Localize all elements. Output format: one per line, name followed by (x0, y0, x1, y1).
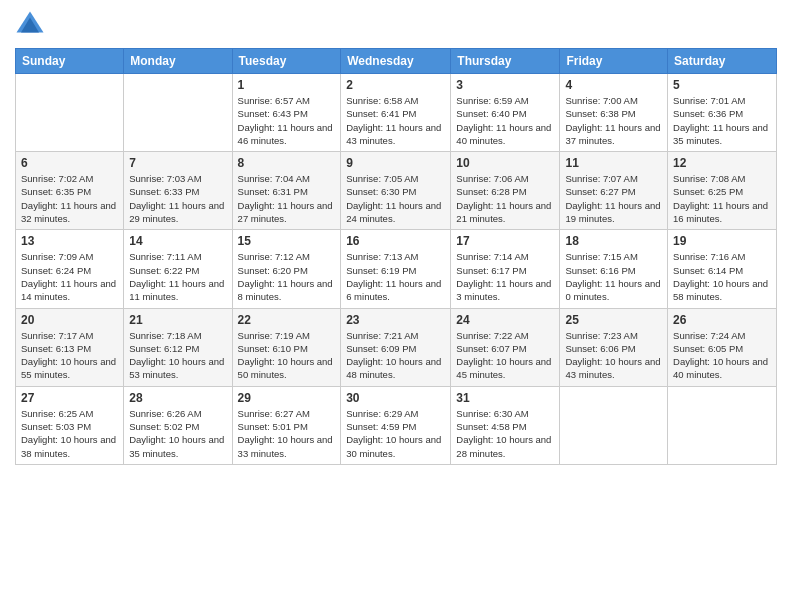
day-number: 9 (346, 156, 445, 170)
day-number: 20 (21, 313, 118, 327)
day-info: Sunrise: 7:06 AMSunset: 6:28 PMDaylight:… (456, 172, 554, 225)
day-info: Sunrise: 6:30 AMSunset: 4:58 PMDaylight:… (456, 407, 554, 460)
day-number: 1 (238, 78, 336, 92)
weekday-header: Wednesday (341, 49, 451, 74)
logo (15, 10, 49, 40)
calendar-day-cell: 24Sunrise: 7:22 AMSunset: 6:07 PMDayligh… (451, 308, 560, 386)
day-info: Sunrise: 7:07 AMSunset: 6:27 PMDaylight:… (565, 172, 662, 225)
calendar-header-row: SundayMondayTuesdayWednesdayThursdayFrid… (16, 49, 777, 74)
calendar-week-row: 27Sunrise: 6:25 AMSunset: 5:03 PMDayligh… (16, 386, 777, 464)
day-number: 11 (565, 156, 662, 170)
calendar-day-cell: 9Sunrise: 7:05 AMSunset: 6:30 PMDaylight… (341, 152, 451, 230)
calendar-day-cell (16, 74, 124, 152)
calendar-week-row: 13Sunrise: 7:09 AMSunset: 6:24 PMDayligh… (16, 230, 777, 308)
day-number: 25 (565, 313, 662, 327)
day-info: Sunrise: 7:23 AMSunset: 6:06 PMDaylight:… (565, 329, 662, 382)
weekday-header: Saturday (668, 49, 777, 74)
day-number: 28 (129, 391, 226, 405)
day-number: 8 (238, 156, 336, 170)
calendar-week-row: 20Sunrise: 7:17 AMSunset: 6:13 PMDayligh… (16, 308, 777, 386)
day-info: Sunrise: 7:02 AMSunset: 6:35 PMDaylight:… (21, 172, 118, 225)
day-info: Sunrise: 7:22 AMSunset: 6:07 PMDaylight:… (456, 329, 554, 382)
calendar-day-cell: 4Sunrise: 7:00 AMSunset: 6:38 PMDaylight… (560, 74, 668, 152)
calendar-day-cell: 23Sunrise: 7:21 AMSunset: 6:09 PMDayligh… (341, 308, 451, 386)
day-info: Sunrise: 6:59 AMSunset: 6:40 PMDaylight:… (456, 94, 554, 147)
weekday-header: Friday (560, 49, 668, 74)
day-number: 2 (346, 78, 445, 92)
day-info: Sunrise: 7:11 AMSunset: 6:22 PMDaylight:… (129, 250, 226, 303)
day-number: 29 (238, 391, 336, 405)
calendar-day-cell: 28Sunrise: 6:26 AMSunset: 5:02 PMDayligh… (124, 386, 232, 464)
calendar-day-cell: 27Sunrise: 6:25 AMSunset: 5:03 PMDayligh… (16, 386, 124, 464)
day-info: Sunrise: 6:58 AMSunset: 6:41 PMDaylight:… (346, 94, 445, 147)
day-info: Sunrise: 7:13 AMSunset: 6:19 PMDaylight:… (346, 250, 445, 303)
day-number: 26 (673, 313, 771, 327)
calendar-day-cell: 26Sunrise: 7:24 AMSunset: 6:05 PMDayligh… (668, 308, 777, 386)
day-number: 5 (673, 78, 771, 92)
calendar-day-cell: 1Sunrise: 6:57 AMSunset: 6:43 PMDaylight… (232, 74, 341, 152)
day-number: 15 (238, 234, 336, 248)
calendar-day-cell: 22Sunrise: 7:19 AMSunset: 6:10 PMDayligh… (232, 308, 341, 386)
weekday-header: Monday (124, 49, 232, 74)
day-info: Sunrise: 7:19 AMSunset: 6:10 PMDaylight:… (238, 329, 336, 382)
calendar-day-cell (668, 386, 777, 464)
page: SundayMondayTuesdayWednesdayThursdayFrid… (0, 0, 792, 612)
calendar-day-cell: 12Sunrise: 7:08 AMSunset: 6:25 PMDayligh… (668, 152, 777, 230)
calendar-day-cell: 7Sunrise: 7:03 AMSunset: 6:33 PMDaylight… (124, 152, 232, 230)
header (15, 10, 777, 40)
day-info: Sunrise: 7:04 AMSunset: 6:31 PMDaylight:… (238, 172, 336, 225)
day-number: 24 (456, 313, 554, 327)
calendar-day-cell: 21Sunrise: 7:18 AMSunset: 6:12 PMDayligh… (124, 308, 232, 386)
calendar-day-cell: 30Sunrise: 6:29 AMSunset: 4:59 PMDayligh… (341, 386, 451, 464)
day-number: 23 (346, 313, 445, 327)
day-info: Sunrise: 7:16 AMSunset: 6:14 PMDaylight:… (673, 250, 771, 303)
weekday-header: Tuesday (232, 49, 341, 74)
day-number: 12 (673, 156, 771, 170)
calendar-day-cell: 6Sunrise: 7:02 AMSunset: 6:35 PMDaylight… (16, 152, 124, 230)
day-number: 4 (565, 78, 662, 92)
day-info: Sunrise: 7:00 AMSunset: 6:38 PMDaylight:… (565, 94, 662, 147)
day-number: 18 (565, 234, 662, 248)
calendar-day-cell: 2Sunrise: 6:58 AMSunset: 6:41 PMDaylight… (341, 74, 451, 152)
day-number: 21 (129, 313, 226, 327)
day-number: 30 (346, 391, 445, 405)
calendar-day-cell: 15Sunrise: 7:12 AMSunset: 6:20 PMDayligh… (232, 230, 341, 308)
calendar-day-cell: 13Sunrise: 7:09 AMSunset: 6:24 PMDayligh… (16, 230, 124, 308)
day-info: Sunrise: 7:24 AMSunset: 6:05 PMDaylight:… (673, 329, 771, 382)
calendar-day-cell: 17Sunrise: 7:14 AMSunset: 6:17 PMDayligh… (451, 230, 560, 308)
day-number: 13 (21, 234, 118, 248)
day-number: 17 (456, 234, 554, 248)
day-number: 22 (238, 313, 336, 327)
day-info: Sunrise: 6:57 AMSunset: 6:43 PMDaylight:… (238, 94, 336, 147)
day-number: 6 (21, 156, 118, 170)
calendar-week-row: 6Sunrise: 7:02 AMSunset: 6:35 PMDaylight… (16, 152, 777, 230)
calendar-day-cell (124, 74, 232, 152)
day-number: 31 (456, 391, 554, 405)
weekday-header: Sunday (16, 49, 124, 74)
day-info: Sunrise: 7:21 AMSunset: 6:09 PMDaylight:… (346, 329, 445, 382)
logo-icon (15, 10, 45, 40)
day-info: Sunrise: 7:14 AMSunset: 6:17 PMDaylight:… (456, 250, 554, 303)
day-info: Sunrise: 6:27 AMSunset: 5:01 PMDaylight:… (238, 407, 336, 460)
day-info: Sunrise: 6:26 AMSunset: 5:02 PMDaylight:… (129, 407, 226, 460)
day-info: Sunrise: 7:08 AMSunset: 6:25 PMDaylight:… (673, 172, 771, 225)
day-number: 16 (346, 234, 445, 248)
calendar-day-cell: 19Sunrise: 7:16 AMSunset: 6:14 PMDayligh… (668, 230, 777, 308)
day-info: Sunrise: 7:17 AMSunset: 6:13 PMDaylight:… (21, 329, 118, 382)
day-number: 7 (129, 156, 226, 170)
weekday-header: Thursday (451, 49, 560, 74)
calendar-day-cell: 8Sunrise: 7:04 AMSunset: 6:31 PMDaylight… (232, 152, 341, 230)
day-info: Sunrise: 7:01 AMSunset: 6:36 PMDaylight:… (673, 94, 771, 147)
day-number: 3 (456, 78, 554, 92)
day-number: 14 (129, 234, 226, 248)
day-info: Sunrise: 7:03 AMSunset: 6:33 PMDaylight:… (129, 172, 226, 225)
day-number: 27 (21, 391, 118, 405)
day-info: Sunrise: 7:12 AMSunset: 6:20 PMDaylight:… (238, 250, 336, 303)
calendar-day-cell: 10Sunrise: 7:06 AMSunset: 6:28 PMDayligh… (451, 152, 560, 230)
day-info: Sunrise: 7:15 AMSunset: 6:16 PMDaylight:… (565, 250, 662, 303)
calendar-day-cell: 3Sunrise: 6:59 AMSunset: 6:40 PMDaylight… (451, 74, 560, 152)
day-number: 10 (456, 156, 554, 170)
day-info: Sunrise: 7:05 AMSunset: 6:30 PMDaylight:… (346, 172, 445, 225)
calendar-day-cell: 14Sunrise: 7:11 AMSunset: 6:22 PMDayligh… (124, 230, 232, 308)
day-number: 19 (673, 234, 771, 248)
